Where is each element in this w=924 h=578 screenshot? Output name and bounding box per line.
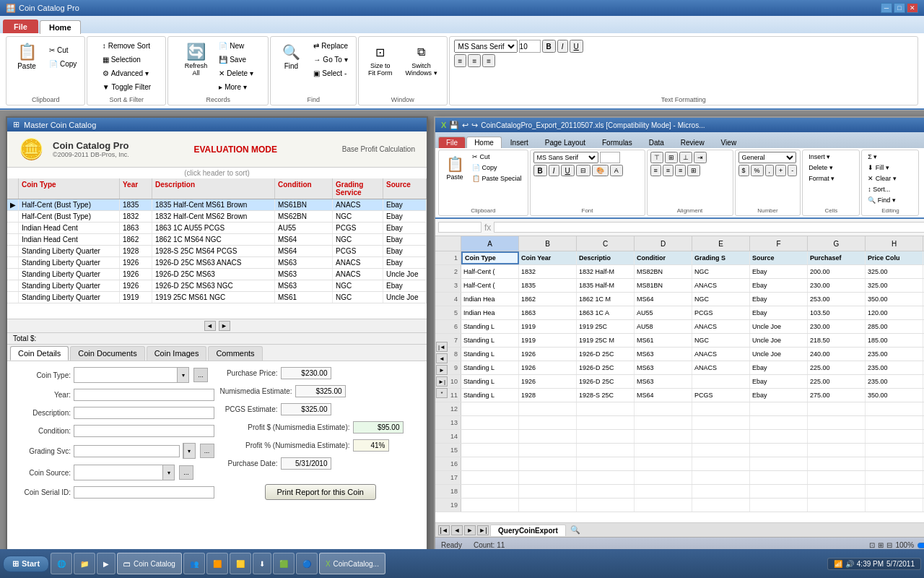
th-source[interactable]: Source	[383, 178, 427, 199]
cell-empty[interactable]	[461, 430, 519, 443]
cell-G9[interactable]: 225.00	[808, 361, 866, 374]
cell-F9[interactable]: Ebay	[750, 361, 808, 374]
excel-merge-btn[interactable]: ⊞	[687, 165, 700, 176]
excel-align-left-btn[interactable]: ≡	[650, 165, 661, 176]
table-row[interactable]: Standing Liberty Quarter 1928 1928-S 25C…	[7, 246, 427, 257]
grading-dd-btn[interactable]: ▾	[183, 444, 195, 458]
cell-A11[interactable]: Standing L	[461, 389, 519, 402]
cell-H3[interactable]: 325.00	[866, 279, 923, 292]
cell-G10[interactable]: 225.00	[808, 375, 866, 388]
cell-B4[interactable]: 1862	[519, 293, 577, 306]
cell-A5[interactable]: Indian Hea	[461, 306, 519, 319]
taskbar-app4[interactable]: 🟩	[273, 553, 295, 574]
print-report-button[interactable]: Print Report for this Coin	[265, 484, 376, 500]
cell-G12[interactable]	[808, 402, 866, 415]
cell-D2[interactable]: MS82BN	[635, 265, 692, 278]
advanced-button[interactable]: ⚙ Advanced ▾	[99, 67, 154, 79]
excel-format-btn[interactable]: Format ▾	[806, 173, 856, 184]
excel-fill-down-btn[interactable]: ⬇ Fill ▾	[865, 163, 915, 173]
coin-type-extra-btn[interactable]: ...	[193, 368, 208, 382]
scroll-right-btn[interactable]: ►	[219, 321, 230, 331]
cell-H7[interactable]: 185.00	[866, 334, 923, 347]
cell-F10[interactable]: Ebay	[750, 375, 808, 388]
cell-H1[interactable]: Price Colu	[866, 251, 923, 264]
taskbar-people[interactable]: 👥	[183, 553, 205, 574]
tab-comments[interactable]: Comments	[208, 346, 262, 361]
excel-quick-save[interactable]: 💾	[449, 121, 459, 130]
cell-empty[interactable]	[692, 430, 750, 443]
cell-empty[interactable]	[750, 457, 808, 470]
cell-empty[interactable]	[519, 499, 577, 512]
excel-font-color-btn[interactable]: A	[610, 165, 623, 176]
coin-type-input[interactable]: Half-Cent (Bust Type)	[74, 370, 177, 381]
taskbar-app2[interactable]: 🟧	[206, 553, 228, 574]
taskbar-torrent[interactable]: ⬇	[253, 553, 271, 574]
align-center-button[interactable]: ≡	[468, 54, 481, 67]
cell-empty[interactable]	[692, 471, 750, 484]
cell-F7[interactable]: Uncle Joe	[750, 334, 808, 347]
excel-clear-btn[interactable]: ✕ Clear ▾	[865, 173, 915, 184]
cell-B7[interactable]: 1919	[519, 334, 577, 347]
cell-empty[interactable]	[866, 444, 923, 457]
taskbar-explorer[interactable]: 📁	[74, 553, 95, 574]
cell-empty[interactable]	[635, 457, 692, 470]
cell-empty[interactable]	[577, 499, 635, 512]
find-button[interactable]: 🔍 Find	[275, 40, 307, 74]
excel-insert-btn[interactable]: Insert ▾	[806, 152, 856, 162]
cell-empty[interactable]	[750, 444, 808, 457]
cell-empty[interactable]	[635, 471, 692, 484]
cell-empty[interactable]	[808, 457, 866, 470]
cell-H4[interactable]: 350.00	[866, 293, 923, 306]
excel-undo[interactable]: ↩	[462, 121, 468, 130]
excel-font-size[interactable]: 10	[600, 152, 620, 163]
cell-empty[interactable]	[750, 430, 808, 443]
minimize-btn[interactable]: ─	[881, 3, 892, 13]
delete-button[interactable]: ✕ Delete ▾	[215, 67, 257, 79]
excel-tab-insert[interactable]: Insert	[502, 137, 536, 148]
cell-empty[interactable]	[577, 471, 635, 484]
excel-sort-btn[interactable]: ↕ Sort...	[865, 184, 915, 194]
cell-D10[interactable]: MS63	[635, 375, 692, 388]
cell-F1[interactable]: Source	[750, 251, 808, 264]
excel-tab-review[interactable]: Review	[673, 137, 712, 148]
cell-C12[interactable]	[577, 402, 635, 415]
cell-D12[interactable]	[635, 402, 692, 415]
cell-H5[interactable]: 120.00	[866, 306, 923, 319]
normal-view-icon[interactable]: ⊡	[869, 541, 875, 549]
cell-D1[interactable]: Conditior	[635, 251, 692, 264]
col-header-H[interactable]: H	[866, 236, 923, 251]
taskbar-ie[interactable]: 🌐	[51, 553, 72, 574]
grading-input[interactable]: ANACS	[74, 445, 180, 457]
cell-empty[interactable]	[635, 444, 692, 457]
excel-dec-dec-btn[interactable]: -	[788, 165, 797, 176]
cell-D5[interactable]: AU55	[635, 306, 692, 319]
cell-A1[interactable]: Coin Type	[461, 251, 519, 264]
cell-empty[interactable]	[808, 416, 866, 429]
cell-G8[interactable]: 240.00	[808, 348, 866, 361]
cell-D3[interactable]: MS81BN	[635, 279, 692, 292]
cell-empty[interactable]	[750, 471, 808, 484]
cell-C2[interactable]: 1832 Half-M	[577, 265, 635, 278]
condition-input[interactable]: MS61BN	[74, 425, 214, 437]
cell-B8[interactable]: 1926	[519, 348, 577, 361]
cell-empty[interactable]	[577, 457, 635, 470]
cell-empty[interactable]	[577, 416, 635, 429]
cell-A3[interactable]: Half-Cent (	[461, 279, 519, 292]
cell-H12[interactable]	[866, 402, 923, 415]
scroll-left-btn[interactable]: ◄	[204, 321, 216, 331]
cell-G4[interactable]: 253.00	[808, 293, 866, 306]
cell-empty[interactable]	[519, 471, 577, 484]
cell-empty[interactable]	[692, 457, 750, 470]
excel-align-mid-btn[interactable]: ⊞	[665, 152, 678, 163]
cell-F2[interactable]: Ebay	[750, 265, 808, 278]
tab-coin-documents[interactable]: Coin Documents	[70, 346, 144, 361]
excel-border-btn[interactable]: ⊟	[576, 165, 590, 176]
coin-type-dropdown[interactable]: Half-Cent (Bust Type) ▾	[74, 367, 189, 383]
excel-pct-btn[interactable]: %	[751, 165, 764, 176]
taskbar-media[interactable]: ▶	[97, 553, 116, 574]
page-break-icon[interactable]: ⊟	[886, 541, 892, 549]
excel-underline-btn[interactable]: U	[561, 165, 575, 176]
formula-input[interactable]: Coin Type	[494, 222, 924, 233]
cell-empty[interactable]	[866, 499, 923, 512]
th-coin-type[interactable]: Coin Type	[19, 178, 120, 199]
